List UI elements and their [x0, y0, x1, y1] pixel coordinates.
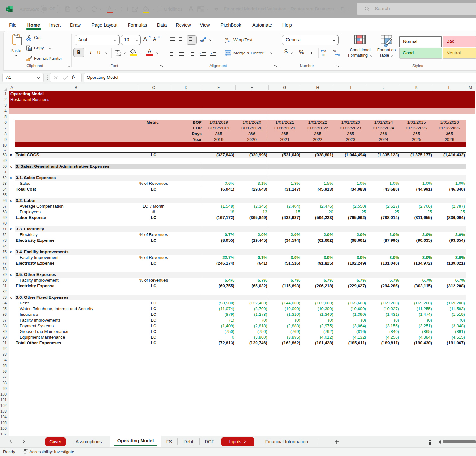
svg-text:ab: ab — [200, 39, 204, 43]
svg-text:c: c — [225, 40, 226, 43]
svg-text:0: 0 — [338, 53, 340, 57]
svg-text:.00: .00 — [321, 53, 325, 57]
svg-text:.00: .00 — [332, 50, 336, 53]
svg-text:0: 0 — [324, 50, 326, 53]
svg-text:x: x — [7, 8, 9, 11]
